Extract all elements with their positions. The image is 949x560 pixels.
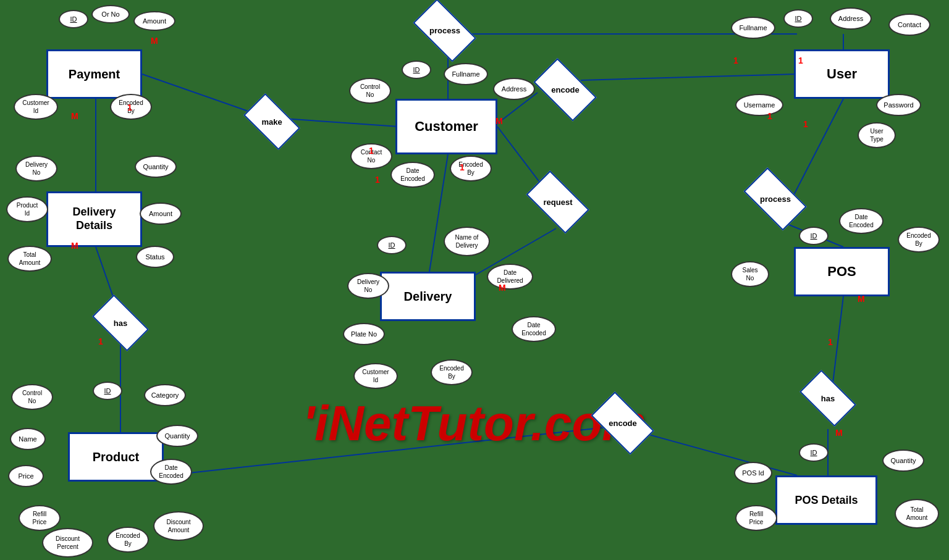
attr-del-dateenc: DateEncoded: [512, 316, 556, 342]
diamond-encode-cust: encode: [538, 73, 593, 107]
svg-line-4: [581, 74, 797, 80]
card-15: M: [858, 294, 865, 304]
diamond-make: make: [247, 106, 297, 137]
attr-prod-name: Name: [10, 428, 46, 450]
attr-del-plateno: Plate No: [343, 323, 385, 345]
attr-del-datedel: DateDelivered: [487, 264, 533, 290]
card-3: 1: [127, 102, 132, 112]
attr-dd-delivno: DeliveryNo: [15, 156, 57, 182]
attr-del-encby: EncodedBy: [431, 359, 473, 385]
attr-prod-qty: Quantity: [156, 425, 198, 447]
diamond-has-dd: has: [96, 307, 145, 338]
attr-posd-id: ID: [799, 443, 829, 462]
card-8: 1: [375, 175, 380, 185]
attr-pay-amount: Amount: [133, 11, 175, 31]
entity-product: Product: [68, 432, 164, 482]
attr-prod-cat: Category: [144, 384, 186, 406]
attr-prod-dateenc: DateEncoded: [150, 459, 192, 485]
attr-dd-total: TotalAmount: [7, 246, 52, 272]
attr-cust-fullname: Fullname: [444, 63, 488, 85]
diamond-process-pos: process: [748, 182, 803, 216]
entity-payment: Payment: [46, 49, 142, 99]
attr-prod-refill: RefillPrice: [19, 505, 61, 531]
attr-dd-prodid: ProductId: [6, 196, 48, 222]
attr-dd-status: Status: [136, 246, 174, 268]
attr-prod-ctrlno: ControlNo: [11, 384, 53, 410]
card-7: 1: [369, 146, 374, 156]
entity-delivery-details: DeliveryDetails: [46, 191, 142, 247]
attr-cust-address: Address: [493, 78, 535, 100]
attr-cust-encby: EncodedBy: [450, 156, 492, 182]
attr-prod-encby: EncodedBy: [107, 527, 149, 553]
attr-prod-id: ID: [93, 382, 122, 400]
attr-user-usertype: UserType: [858, 122, 896, 148]
entity-customer: Customer: [395, 99, 497, 154]
card-17: M: [835, 428, 843, 438]
diamond-request: request: [530, 185, 586, 219]
attr-prod-discamt: DiscountAmount: [153, 511, 204, 541]
card-2: M: [71, 111, 78, 121]
entity-pos: POS: [794, 247, 890, 296]
diamond-process-top: process: [417, 14, 473, 48]
attr-user-password: Password: [876, 94, 921, 116]
card-12: 1: [798, 56, 803, 65]
attr-cust-ctrlno: ControlNo: [349, 78, 391, 104]
diamond-has-pos: has: [803, 383, 853, 414]
card-13: 1: [767, 111, 772, 121]
attr-prod-discpct: DiscountPercent: [42, 528, 93, 558]
card-14: 1: [803, 119, 808, 129]
attr-cust-id: ID: [402, 61, 431, 79]
attr-cust-dateenc: DateEncoded: [390, 162, 435, 188]
card-1: M: [151, 36, 158, 46]
card-5: 1: [98, 336, 103, 346]
attr-posd-refill: RefillPrice: [735, 505, 777, 531]
attr-posd-posid: POS Id: [734, 462, 772, 484]
attr-user-username: Username: [735, 94, 783, 116]
attr-dd-qty: Quantity: [135, 156, 177, 178]
card-4: M: [71, 241, 78, 251]
attr-pos-salesno: SalesNo: [731, 261, 769, 287]
attr-posd-qty: Quantity: [882, 449, 924, 472]
card-10: M: [499, 283, 506, 293]
attr-prod-price: Price: [8, 465, 44, 487]
attr-del-custid: CustomerId: [353, 363, 398, 389]
card-9: 1: [460, 162, 465, 172]
entity-pos-details: POS Details: [775, 475, 877, 525]
attr-pay-custid: CustomerId: [14, 94, 58, 120]
attr-pos-encby: EncodedBy: [898, 227, 940, 253]
attr-posd-total: TotalAmount: [895, 499, 939, 529]
attr-user-contact: Contact: [888, 14, 930, 36]
attr-user-address: Address: [830, 7, 872, 30]
attr-user-fullname: Fullname: [731, 17, 775, 39]
card-6: M: [496, 116, 503, 126]
attr-del-nameof: Name ofDelivery: [444, 227, 490, 256]
attr-del-id: ID: [377, 236, 407, 254]
entity-user: User: [794, 49, 890, 99]
diamond-encode-prod: encode: [595, 406, 651, 440]
attr-pos-dateenc: DateEncoded: [839, 208, 884, 234]
card-11: 1: [733, 56, 738, 65]
attr-pay-orno: Or No: [91, 5, 130, 23]
attr-del-delivno: DeliveryNo: [347, 273, 389, 299]
attr-user-id: ID: [783, 9, 813, 28]
attr-pay-id: ID: [59, 10, 88, 28]
attr-pos-id: ID: [799, 227, 829, 245]
entity-delivery: Delivery: [380, 272, 476, 321]
card-16: 1: [828, 337, 833, 347]
attr-dd-amount: Amount: [140, 203, 182, 225]
